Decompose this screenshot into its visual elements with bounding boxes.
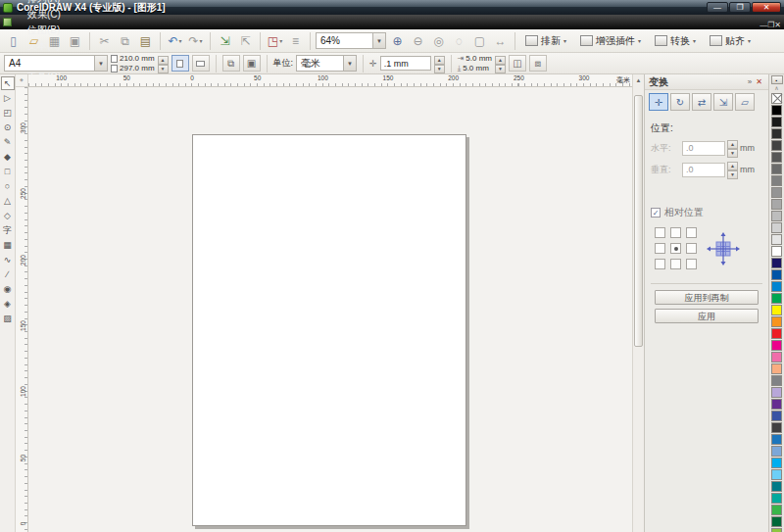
vertical-scrollbar[interactable] xyxy=(632,87,644,532)
close-button[interactable]: ✕ xyxy=(752,2,781,13)
color-swatch-6[interactable] xyxy=(771,175,782,186)
paste-icon[interactable]: ▤ xyxy=(136,32,155,50)
propbar-options-button[interactable]: ⧈ xyxy=(529,55,547,72)
docker-close-icon[interactable]: ✕ xyxy=(754,77,764,86)
color-swatch-16[interactable] xyxy=(771,293,782,304)
color-swatch-7[interactable] xyxy=(771,187,782,198)
color-swatch-13[interactable] xyxy=(771,258,782,268)
zoom-in-icon[interactable]: ⊕ xyxy=(388,32,407,50)
anchor-checkbox-4[interactable] xyxy=(670,243,681,254)
chevron-down-icon[interactable]: ▼ xyxy=(372,33,385,48)
color-swatch-27[interactable] xyxy=(771,422,782,433)
color-swatch-29[interactable] xyxy=(771,446,782,457)
vertical-spinner[interactable]: ▲▼ xyxy=(727,162,738,177)
anchor-checkbox-7[interactable] xyxy=(670,259,681,269)
redo-icon[interactable]: ↷▾ xyxy=(186,32,205,50)
chevron-down-icon[interactable]: ▾ xyxy=(748,37,751,44)
vertical-ruler[interactable]: 300250200150100500 xyxy=(16,87,28,532)
duplicate-x-value[interactable]: 5.0 mm xyxy=(466,54,492,63)
palette-scroll-up-icon[interactable]: ∧ xyxy=(774,85,778,92)
relative-position-checkbox[interactable]: ✓ xyxy=(651,208,661,218)
zoom-page-icon[interactable]: ▢ xyxy=(470,32,489,50)
paper-size-combo[interactable]: A4 ▼ xyxy=(4,55,108,72)
drawing-canvas[interactable] xyxy=(28,87,632,532)
polygon-tool[interactable]: △ xyxy=(1,194,15,208)
text-tool[interactable]: 字 xyxy=(1,223,15,237)
convert-button[interactable]: 转换▾ xyxy=(650,33,701,49)
snap-to-button[interactable]: 贴齐▾ xyxy=(705,33,756,49)
anchor-checkbox-6[interactable] xyxy=(655,259,665,269)
chevron-down-icon[interactable]: ▾ xyxy=(564,37,566,44)
chevron-down-icon[interactable]: ▾ xyxy=(638,37,641,44)
eyedropper-tool[interactable]: ∕ xyxy=(1,267,15,281)
color-swatch-21[interactable] xyxy=(771,352,782,363)
units-combo[interactable]: 毫米 ▼ xyxy=(296,55,357,72)
treat-as-filled-button[interactable]: ◫ xyxy=(509,55,526,72)
transform-rotate-tab[interactable]: ↻ xyxy=(670,93,690,111)
color-swatch-28[interactable] xyxy=(771,434,782,445)
color-swatch-9[interactable] xyxy=(771,211,782,221)
transform-position-tab[interactable]: ✛ xyxy=(649,93,668,111)
landscape-button[interactable] xyxy=(192,55,210,72)
welcome-screen-icon[interactable]: ≡ xyxy=(286,32,305,50)
transform-scale-mirror-tab[interactable]: ⇄ xyxy=(692,93,711,111)
application-launcher-icon[interactable]: ◳▾ xyxy=(266,32,284,50)
color-swatch-25[interactable] xyxy=(771,399,782,410)
color-swatch-19[interactable] xyxy=(771,328,782,339)
color-swatch-32[interactable] xyxy=(771,481,782,492)
color-swatch-14[interactable] xyxy=(771,269,782,280)
menu-item-5[interactable]: 效果(C) xyxy=(20,7,71,23)
chevron-down-icon[interactable]: ▾ xyxy=(179,37,182,44)
color-swatch-1[interactable] xyxy=(771,117,782,127)
nudge-spinner[interactable]: ▲▼ xyxy=(434,56,445,72)
duplicate-spinner[interactable]: ▲▼ xyxy=(495,56,506,72)
chevron-down-icon[interactable]: ▾ xyxy=(693,37,696,44)
outline-tool[interactable]: ◉ xyxy=(1,282,15,296)
minimize-button[interactable]: — xyxy=(707,2,728,13)
apply-to-duplicate-button[interactable]: 应用到再制 xyxy=(655,290,759,305)
color-swatch-24[interactable] xyxy=(771,387,782,398)
transform-skew-tab[interactable]: ▱ xyxy=(735,93,755,111)
color-swatch-2[interactable] xyxy=(771,128,782,139)
chevron-down-icon[interactable]: ▾ xyxy=(200,37,203,44)
color-swatch-10[interactable] xyxy=(771,222,782,233)
undo-icon[interactable]: ↶▾ xyxy=(166,32,184,50)
transform-size-tab[interactable]: ⇲ xyxy=(713,93,733,111)
zoom-tool[interactable]: ⊙ xyxy=(1,121,15,134)
document-page[interactable] xyxy=(192,134,466,526)
scroll-up-button[interactable]: ▲ xyxy=(632,74,644,87)
all-pages-button[interactable]: ⧉ xyxy=(222,55,240,72)
paper-height-value[interactable]: 297.0 mm xyxy=(120,64,155,73)
nudge-offset-field[interactable]: .1 mm xyxy=(380,56,431,71)
export-icon[interactable]: ⇱ xyxy=(236,32,255,50)
color-swatch-34[interactable] xyxy=(771,505,782,515)
color-swatch-22[interactable] xyxy=(771,363,782,374)
copy-icon[interactable]: ⧉ xyxy=(116,32,134,50)
mdi-close-button[interactable]: ✕ xyxy=(774,21,781,29)
color-swatch-31[interactable] xyxy=(771,469,782,480)
crop-tool[interactable]: ◰ xyxy=(1,106,15,120)
color-swatch-3[interactable] xyxy=(771,140,782,151)
anchor-checkbox-8[interactable] xyxy=(686,259,697,269)
ruler-origin-button[interactable]: ⌖ xyxy=(16,74,28,87)
color-swatch-26[interactable] xyxy=(771,411,782,421)
color-swatch-15[interactable] xyxy=(771,281,782,292)
color-swatch-17[interactable] xyxy=(771,305,782,315)
docker-collapse-button[interactable]: » xyxy=(746,77,754,86)
interactive-fill-tool[interactable]: ▨ xyxy=(1,312,15,325)
horizontal-ruler[interactable]: 毫米 10050050100150200250300 xyxy=(28,74,632,87)
new-document-icon[interactable]: ▯ xyxy=(4,32,23,50)
horizontal-spinner[interactable]: ▲▼ xyxy=(727,140,738,156)
fill-tool[interactable]: ◈ xyxy=(1,297,15,311)
zoom-out-icon[interactable]: ⊖ xyxy=(409,32,427,50)
duplicate-y-value[interactable]: 5.0 mm xyxy=(463,64,489,73)
color-swatch-36[interactable] xyxy=(771,528,782,532)
color-swatch-18[interactable] xyxy=(771,316,782,327)
vertical-input[interactable]: .0 xyxy=(682,163,725,177)
color-swatch-4[interactable] xyxy=(771,152,782,163)
import-icon[interactable]: ⇲ xyxy=(216,32,234,50)
color-swatch-0[interactable] xyxy=(771,105,782,116)
anchor-checkbox-3[interactable] xyxy=(655,243,665,254)
apply-button[interactable]: 应用 xyxy=(655,309,759,323)
color-swatch-12[interactable] xyxy=(771,246,782,257)
